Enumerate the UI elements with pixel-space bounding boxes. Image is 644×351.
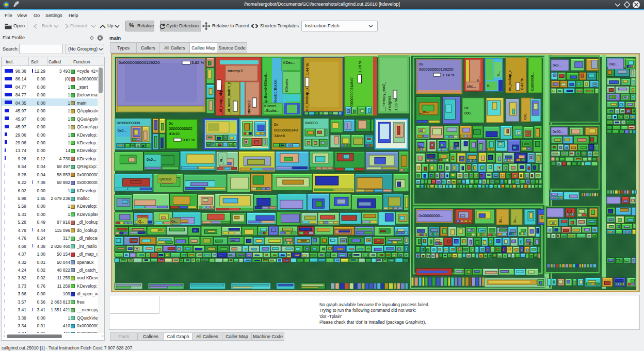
- svg-text:KDevelop::Bucket: KDevelop::Bucket: [273, 79, 278, 106]
- svg-text:_dl_name_match_p: _dl_name_match_p: [227, 82, 231, 114]
- svg-text:0x000000000...: 0x000000000...: [117, 121, 143, 125]
- svg-text:000...: 000...: [464, 111, 474, 115]
- svg-text:1.44 %: 1.44 %: [305, 63, 310, 75]
- svg-text:0x0...: 0x0...: [118, 129, 126, 132]
- svg-text:0x: 0x: [464, 106, 469, 110]
- svg-text:00000000340: 00000000340: [274, 128, 298, 132]
- svg-text:0.43 %: 0.43 %: [520, 78, 524, 90]
- svg-text:1.14 %: 1.14 %: [442, 73, 455, 77]
- svg-text:unaligned: unaligned: [388, 96, 392, 111]
- svg-text:1.28 %: 1.28 %: [358, 60, 362, 73]
- svg-text:0x0...: 0x0...: [147, 157, 156, 162]
- svg-text:0x0000000000129220: 0x0000000000129220: [119, 60, 160, 65]
- svg-text:KDev...: KDev...: [283, 61, 295, 64]
- svg-text:0x...: 0x...: [171, 220, 178, 223]
- svg-text:1.39 %: 1.39 %: [394, 98, 398, 111]
- svg-text:0x...: 0x...: [418, 145, 425, 148]
- svg-text:strcmp'2: strcmp'2: [228, 69, 244, 73]
- svg-text:KDevel...: KDevel...: [264, 104, 279, 108]
- svg-text:0x: 0x: [169, 121, 173, 126]
- svg-text:strc...: strc...: [467, 85, 476, 88]
- svg-text:do...: do...: [498, 216, 502, 223]
- svg-text:K...: K...: [487, 84, 493, 88]
- svg-text:0x000000...: 0x000000...: [530, 72, 534, 91]
- svg-text:0x00000000...: 0x00000000...: [418, 213, 443, 218]
- svg-text:0x: 0x: [274, 122, 278, 127]
- svg-text:0x0000...: 0x0000...: [305, 121, 321, 125]
- svg-text:KDevelo: KDevelo: [285, 79, 288, 92]
- svg-text:00000000002: 00000000002: [169, 126, 192, 131]
- svg-text:d1b10: d1b10: [169, 131, 180, 136]
- svg-text:do_lookup_x: do_lookup_x: [508, 70, 512, 91]
- svg-text:Q...: Q...: [138, 220, 144, 224]
- svg-text:0x0...: 0x0...: [609, 62, 618, 66]
- svg-text:0x0...: 0x0...: [523, 111, 527, 120]
- svg-text:::Bucke...: ::Bucke...: [264, 109, 279, 112]
- svg-text:QIODe...: QIODe...: [159, 177, 175, 181]
- svg-text:strcmp'2: strcmp'2: [247, 101, 251, 114]
- svg-text:0x0...: 0x0...: [553, 63, 561, 67]
- svg-text:__m...: __m...: [418, 110, 429, 114]
- svg-text:__memcpy_sse2_: __memcpy_sse2_: [382, 82, 386, 112]
- svg-text:0000000000129220: 0000000000129220: [419, 67, 454, 72]
- svg-text:34be8: 34be8: [274, 133, 285, 138]
- svg-text:0x00...: 0x00...: [553, 130, 564, 133]
- svg-text:do_lookup_x: do_lookup_x: [304, 88, 309, 111]
- svg-text:K...: K...: [496, 71, 500, 76]
- svg-text:0.61 %: 0.61 %: [183, 138, 195, 142]
- svg-text:_in...: _in...: [219, 156, 223, 164]
- svg-text:0x: 0x: [419, 62, 423, 66]
- svg-text:3.82 %: 3.82 %: [191, 60, 204, 65]
- svg-text:0x...: 0x...: [513, 216, 517, 223]
